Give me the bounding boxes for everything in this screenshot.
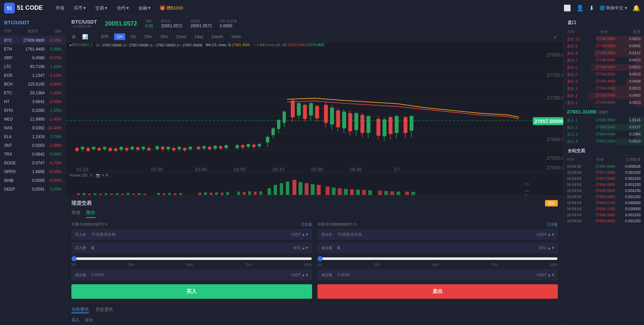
tab-limit[interactable]: 限价 — [86, 210, 96, 218]
sell-button[interactable]: 卖出 — [317, 284, 558, 299]
list-item[interactable]: NEO 11.9900 -1.40% — [0, 115, 66, 124]
list-item[interactable]: BCH 125.6100 -0.84% — [0, 80, 66, 89]
time-1week[interactable]: 1week — [209, 33, 226, 40]
tab-history-orders[interactable]: 历史委托 — [96, 306, 113, 313]
nav-market[interactable]: 市场 — [51, 5, 69, 11]
sell-qty: 0.0112 — [629, 51, 641, 56]
table-row[interactable]: 卖出 5 27744.5000 0.0013 — [564, 71, 644, 78]
nav-download-icon[interactable]: ⬇ — [589, 4, 594, 12]
settings-icon[interactable]: ⚙ — [70, 33, 78, 40]
svg-rect-147 — [157, 193, 160, 195]
table-row[interactable]: 卖出 8 27745.0000 0.0112 — [564, 50, 644, 57]
list-item[interactable]: BTC 27609.9900 -0.15% — [0, 36, 66, 45]
list-item[interactable]: EOS 1.1347 -1.21% — [0, 71, 66, 80]
trading-section: 现货交易 划转 市价 限价 可用 0.0000(USDT) ↻ 已充值 买入价 — [66, 196, 563, 303]
buy-slider[interactable] — [71, 256, 312, 261]
list-item[interactable]: ELA 1.1919 3.76% — [0, 132, 66, 141]
table-row[interactable]: 卖出 6 27745.0000 0.0013 — [564, 64, 644, 71]
vol-controls[interactable]: 📷 ✕ ⚙ — [96, 173, 109, 177]
chart-type-icon[interactable]: 📊 — [80, 33, 90, 40]
table-row[interactable]: 买入 3 27694.5000 0.1084 — [564, 131, 644, 138]
coin-name: DOGE — [4, 161, 21, 165]
time-1day[interactable]: 1day — [192, 33, 206, 40]
buy-qty-field[interactable] — [90, 243, 291, 253]
nav-bell-icon[interactable]: 🔔 — [633, 4, 640, 12]
time-realtime[interactable]: 实时 — [98, 33, 111, 40]
vol-label: Volume (20) — [69, 173, 88, 177]
list-item[interactable]: ETH 1761.4400 0.38% — [0, 45, 66, 54]
list-item[interactable]: DOGE 0.0747 -0.70% — [0, 159, 66, 167]
list-item[interactable]: SNT 0.0263 -1.69% — [0, 141, 66, 150]
table-row[interactable]: 卖出 10 27746.5000 0.0013 — [564, 36, 644, 43]
nav-buy[interactable]: 买币 ▾ — [69, 5, 91, 11]
coin-change: 1.31% — [45, 64, 62, 69]
time-30m[interactable]: 30m — [158, 33, 171, 40]
time-1mon[interactable]: 1mon — [228, 33, 244, 40]
table-row[interactable]: 卖出 4 27744.4400 0.0018 — [564, 78, 644, 85]
list-item[interactable]: NAS 0.0362 -10.40% — [0, 124, 66, 132]
buy-price-field[interactable] — [90, 229, 288, 239]
list-item[interactable]: XRP 0.4580 -0.07% — [0, 54, 66, 62]
tab-current-orders[interactable]: 当前委托 — [71, 306, 89, 313]
list-item[interactable]: TRX 0.0642 0.34% — [0, 150, 66, 159]
trading-badge[interactable]: 划转 — [545, 200, 558, 206]
time-1hour[interactable]: 1hour — [173, 33, 189, 40]
time-5m[interactable]: 5m — [128, 33, 139, 40]
logo[interactable]: 51 51 CODE — [4, 3, 43, 13]
buy-button[interactable]: 买入 — [71, 284, 312, 299]
svg-rect-109 — [354, 113, 358, 130]
list-item[interactable]: ETC 20.1364 -1.30% — [0, 89, 66, 97]
list-item[interactable]: IOTA 0.2092 1.55% — [0, 106, 66, 115]
list-item[interactable]: OPPO 1.8856 -0.39% — [0, 167, 66, 176]
list-item[interactable]: HT 3.6641 -0.05% — [0, 97, 66, 106]
table-row[interactable]: 买入 2 27694.5100 0.0127 — [564, 124, 644, 131]
trade-price: 27695.9900 — [594, 164, 617, 168]
sell-qty-field[interactable] — [336, 243, 537, 253]
bottom-tabs: 当前委托 历史委托 — [66, 303, 563, 315]
table-row[interactable]: 卖出 9 27746.0900 0.0042 — [564, 43, 644, 50]
buy-recharge-link[interactable]: 已充值 — [301, 222, 312, 227]
nav-trade[interactable]: 交易 ▾ — [91, 5, 112, 11]
svg-text:27657.00000: 27657.00000 — [535, 119, 563, 124]
coin-price: 11.9900 — [21, 117, 45, 122]
table-row[interactable]: 买入 4 27693.5000 0.0013 — [564, 138, 644, 145]
buy-amount-field[interactable] — [90, 270, 288, 280]
table-row[interactable]: 卖出 3 27744.0000 0.0013 — [564, 85, 644, 92]
nav-user-icon[interactable]: 👤 — [576, 4, 584, 12]
svg-rect-63 — [208, 147, 211, 149]
sub-tab-buy[interactable]: 买入 — [71, 317, 79, 323]
list-item[interactable]: SHIB 0.0000 -0.94% — [0, 176, 66, 185]
svg-rect-103 — [336, 110, 340, 127]
svg-rect-113 — [367, 116, 370, 133]
coin-price: 0.0642 — [21, 152, 45, 157]
list-item[interactable]: DEEP 0.0591 0.24% — [0, 185, 66, 194]
sell-price-field[interactable] — [336, 229, 534, 239]
table-row[interactable]: 卖出 7 27745.5000 0.0013 — [564, 57, 644, 64]
svg-rect-167 — [293, 180, 296, 195]
nav-right: ⬜ 👤 ⬇ 🌐 简体中文 ▾ 🔔 — [564, 4, 640, 12]
time-1m[interactable]: 1m — [114, 33, 125, 40]
list-item[interactable]: LTC 93.7100 1.31% — [0, 62, 66, 71]
sub-tab-sell[interactable]: 卖出 — [85, 317, 93, 323]
sell-slider[interactable] — [317, 256, 558, 261]
sell-refresh-icon[interactable]: ↻ — [354, 222, 357, 226]
nav-contract[interactable]: 合约 ▾ — [112, 5, 134, 11]
coin-name: NEO — [4, 117, 21, 122]
expand-icon[interactable]: ⤢ — [552, 33, 559, 40]
buy-price: 27693.5000 — [596, 139, 615, 144]
nav-gift[interactable]: 🎁 赠$1000 — [155, 5, 188, 11]
tab-market[interactable]: 市价 — [71, 210, 81, 218]
sell-recharge-link[interactable]: 已充值 — [547, 222, 558, 227]
refresh-icon[interactable]: ↻ — [105, 222, 108, 226]
table-row[interactable]: 买入 1 27695.9900 1.8116 — [564, 117, 644, 124]
nav-screen-icon[interactable]: ⬜ — [564, 4, 571, 12]
time-15m[interactable]: 15m — [141, 33, 155, 40]
svg-rect-47 — [161, 147, 164, 149]
svg-rect-159 — [243, 192, 245, 195]
table-row[interactable]: 卖出 2 27743.5700 0.0903 — [564, 92, 644, 99]
sell-amount-field[interactable] — [336, 270, 534, 280]
trade-qty: 0.001250 — [625, 213, 641, 217]
nav-language[interactable]: 🌐 简体中文 ▾ — [600, 5, 627, 11]
nav-finance[interactable]: 金融 ▾ — [134, 5, 155, 11]
table-row[interactable]: 卖出 1 27743.5000 0.0013 — [564, 99, 644, 106]
